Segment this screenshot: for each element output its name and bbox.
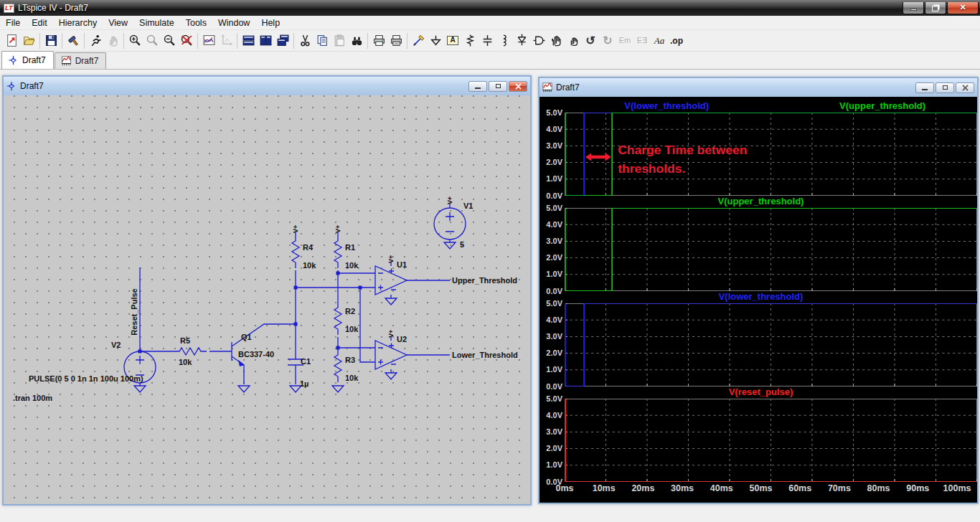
trace-label[interactable]: V(reset_pulse): [729, 386, 793, 397]
place-ground-icon[interactable]: [427, 32, 444, 49]
zoom-out-icon[interactable]: [161, 32, 178, 49]
r2-label[interactable]: R2: [345, 307, 355, 315]
plot-pane-3-canvas[interactable]: [565, 303, 977, 386]
zoom-full-extents-icon[interactable]: [178, 32, 195, 49]
place-inductor-icon[interactable]: [496, 32, 513, 49]
find-icon[interactable]: [348, 32, 365, 49]
trace-label[interactable]: V(upper_threshold): [718, 196, 804, 207]
trace-label[interactable]: V(upper_threshold): [839, 100, 925, 111]
spice-directive-icon[interactable]: .op: [668, 32, 685, 49]
u1-label[interactable]: U1: [397, 260, 407, 269]
schematic-minimize-button[interactable]: [468, 81, 487, 92]
net-label-upper-threshold[interactable]: Upper_Threshold: [452, 276, 517, 285]
menu-view[interactable]: View: [103, 16, 133, 29]
text-icon[interactable]: Aa: [651, 32, 668, 49]
waveform-restore-button[interactable]: [936, 82, 954, 93]
menu-hierarchy[interactable]: Hierarchy: [53, 16, 103, 29]
open-icon[interactable]: [20, 32, 37, 49]
waveform-plot-area[interactable]: V(lower_threshold)V(upper_threshold) 5.0…: [540, 97, 977, 503]
net-label-lower-threshold[interactable]: Lower_Threshold: [452, 351, 518, 359]
r5-value[interactable]: 10k: [179, 358, 192, 366]
copy-icon[interactable]: [314, 32, 331, 49]
save-icon[interactable]: [42, 32, 60, 49]
y-axis[interactable]: 5.0V4.0V3.0V2.0V1.0V0.0V: [540, 208, 565, 291]
undo-icon[interactable]: ↺: [582, 32, 599, 49]
cut-icon[interactable]: [296, 32, 314, 49]
plot-pane-1[interactable]: V(lower_threshold)V(upper_threshold) 5.0…: [540, 100, 977, 196]
schematic-window-titlebar[interactable]: Draft7: [4, 77, 530, 95]
vplus-flag[interactable]: V+: [387, 330, 395, 338]
c1-label[interactable]: C1: [301, 357, 311, 366]
r3-value[interactable]: 10k: [345, 374, 359, 382]
plot-pane-1-canvas[interactable]: Charge Time betweenthresholds.: [565, 113, 977, 196]
print-icon[interactable]: [387, 32, 405, 49]
plot-pane-2[interactable]: V(upper_threshold) 5.0V4.0V3.0V2.0V1.0V0…: [540, 196, 977, 291]
schematic-canvas[interactable]: V2 R5 10k Q1 BC337-40 C1 1µ R4 10k R1 10…: [4, 95, 530, 504]
menu-edit[interactable]: Edit: [26, 16, 53, 29]
r1-label[interactable]: R1: [345, 243, 355, 252]
menu-simulate[interactable]: Simulate: [133, 16, 180, 29]
vplus-flag[interactable]: V+: [387, 255, 395, 263]
place-component-icon[interactable]: [530, 32, 547, 49]
r2-value[interactable]: 10k: [345, 325, 359, 333]
vplus-flag[interactable]: V+: [334, 225, 341, 233]
tab-schematic-draft7[interactable]: Draft7: [1, 51, 54, 69]
v1-value[interactable]: 5: [460, 240, 464, 249]
move-icon[interactable]: [547, 32, 565, 49]
pulse-directive[interactable]: PULSE(0 5 0 1n 1n 100u 100m): [29, 374, 143, 383]
schematic-window[interactable]: Draft7: [2, 75, 532, 506]
place-diode-icon[interactable]: [513, 32, 530, 49]
schematic-restore-button[interactable]: [489, 81, 507, 92]
place-capacitor-icon[interactable]: [479, 32, 496, 49]
x-axis[interactable]: 0ms10ms20ms30ms40ms50ms60ms70ms80ms90ms1…: [565, 482, 957, 496]
plot-pane-4[interactable]: V(reset_pulse) 5.0V4.0V3.0V2.0V1.0V0.0V: [540, 386, 977, 482]
app-minimize-button[interactable]: [903, 2, 924, 14]
plot-settings-icon[interactable]: [200, 32, 217, 49]
plot-pane-3[interactable]: V(lower_threshold) 5.0V4.0V3.0V2.0V1.0V0…: [540, 291, 977, 386]
y-axis[interactable]: 5.0V4.0V3.0V2.0V1.0V0.0V: [540, 399, 565, 482]
y-axis[interactable]: 5.0V4.0V3.0V2.0V1.0V0.0V: [540, 303, 565, 386]
app-restore-button[interactable]: [925, 2, 946, 14]
app-title-bar[interactable]: LT LTspice IV - Draft7 ✕: [0, 0, 980, 16]
waveform-minimize-button[interactable]: [915, 82, 934, 93]
q1-label[interactable]: Q1: [241, 333, 252, 341]
tile-horizontal-icon[interactable]: [240, 32, 257, 49]
trace-label[interactable]: V(lower_threshold): [719, 291, 804, 302]
r4-value[interactable]: 10k: [303, 261, 316, 270]
q1-model[interactable]: BC337-40: [238, 350, 274, 359]
schematic-close-button[interactable]: [509, 81, 527, 92]
plot-pane-2-canvas[interactable]: [565, 208, 977, 291]
waveform-window-titlebar[interactable]: Draft7: [540, 78, 977, 97]
y-axis[interactable]: 5.0V4.0V3.0V2.0V1.0V0.0V: [540, 113, 565, 196]
app-close-button[interactable]: ✕: [947, 2, 979, 14]
menu-file[interactable]: File: [0, 16, 26, 29]
tab-waveform-draft7[interactable]: Draft7: [55, 52, 107, 69]
control-panel-icon[interactable]: [65, 32, 82, 49]
draw-wire-icon[interactable]: [410, 32, 427, 49]
menu-tools[interactable]: Tools: [180, 16, 212, 29]
waveform-close-button[interactable]: [956, 82, 974, 93]
net-label-reset-pulse[interactable]: Reset_Pulse: [130, 288, 138, 335]
menu-help[interactable]: Help: [255, 16, 286, 29]
zoom-in-icon[interactable]: [126, 32, 143, 49]
vplus-flag[interactable]: V+: [292, 225, 299, 233]
print-setup-icon[interactable]: [370, 32, 387, 49]
v2-label[interactable]: V2: [111, 341, 121, 349]
run-icon[interactable]: [87, 32, 104, 49]
waveform-window[interactable]: Draft7 V(lower_threshold)V(upper_thresho…: [538, 77, 979, 504]
r1-value[interactable]: 10k: [345, 261, 359, 270]
new-schematic-icon[interactable]: [3, 32, 20, 49]
r4-label[interactable]: R4: [303, 243, 314, 252]
cascade-windows-icon[interactable]: [274, 32, 291, 49]
c1-value[interactable]: 1µ: [300, 379, 308, 388]
v1-label[interactable]: V1: [463, 201, 473, 210]
place-resistor-icon[interactable]: [461, 32, 479, 49]
menu-window[interactable]: Window: [212, 16, 255, 29]
u2-label[interactable]: U2: [397, 335, 407, 343]
r5-label[interactable]: R5: [180, 336, 190, 345]
r3-label[interactable]: R3: [345, 356, 355, 364]
vplus-flag[interactable]: V+: [446, 196, 453, 204]
tile-vertical-icon[interactable]: [257, 32, 274, 49]
tran-directive[interactable]: .tran 100m: [13, 394, 52, 402]
drag-icon[interactable]: [565, 32, 582, 49]
